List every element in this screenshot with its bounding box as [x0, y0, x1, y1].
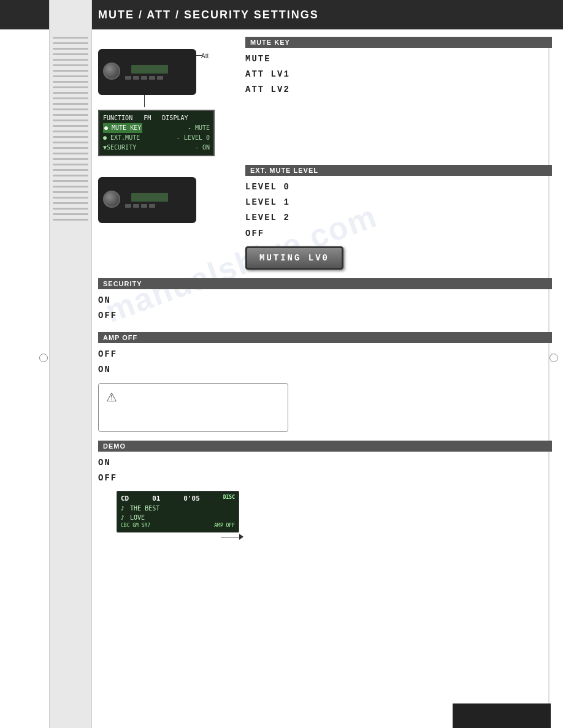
device-btn: [141, 204, 147, 208]
spine-line: [53, 114, 88, 116]
main-content: Att: [98, 37, 552, 548]
warning-box: ⚠: [98, 383, 288, 432]
cd-display-container: CD 01 0'05 DISC ♪ THE BEST ♪ LOVE CBC GM…: [117, 491, 552, 540]
device-btn: [133, 204, 139, 208]
lcd-ext-mute-value: - LEVEL 0: [177, 133, 210, 143]
cd-row2: ♪ THE BEST: [121, 504, 235, 513]
spine-line: [53, 59, 88, 61]
ext-mute-left: [98, 165, 233, 270]
spine-line: [53, 37, 88, 39]
cd-label: CD: [121, 494, 129, 504]
amp-off-section: AMP OFF OFF ON ⚠: [98, 332, 552, 431]
mute-key-header: MUTE KEY: [245, 37, 552, 48]
lcd-title: FUNCTION FM DISPLAY: [103, 113, 188, 123]
ext-mute-options: LEVEL 0 LEVEL 1 LEVEL 2 OFF: [245, 180, 552, 241]
mute-key-options: MUTE ATT LV1 ATT LV2: [245, 51, 552, 98]
lcd-ext-mute-label: ● EXT.MUTE: [103, 133, 140, 143]
spine-line: [53, 186, 88, 188]
device-btn: [125, 76, 131, 80]
device-buttons-1: [125, 76, 191, 80]
spine-line: [53, 136, 88, 138]
spine-line: [53, 81, 88, 83]
amp-off-header: AMP OFF: [98, 332, 552, 343]
spine-line: [53, 125, 88, 127]
lcd-security-label: ▼SECURITY: [103, 143, 136, 153]
lcd-row-2: ● EXT.MUTE - LEVEL 0: [103, 133, 210, 143]
volume-knob-1: [103, 63, 120, 80]
device-screen-1: [131, 65, 168, 74]
option-level1: LEVEL 1: [245, 195, 552, 210]
spine-line: [53, 175, 88, 176]
page-marker-left: [39, 354, 48, 362]
pointer-label-att: Att: [201, 53, 209, 59]
spine-line: [53, 202, 88, 204]
demo-off: OFF: [98, 471, 552, 486]
demo-section: DEMO ON OFF CD 01 0'05 DISC ♪ THE BEST ♪: [98, 441, 552, 540]
demo-options: ON OFF: [98, 455, 552, 486]
ext-mute-section: EXT. MUTE LEVEL LEVEL 0 LEVEL 1 LEVEL 2 …: [98, 165, 552, 270]
lcd-security-value: - ON: [195, 143, 210, 153]
option-off: OFF: [245, 226, 552, 241]
pointer-down-1: [144, 95, 145, 107]
mute-key-left: Att: [98, 37, 233, 107]
spine-line: [53, 53, 88, 55]
amp-off-off: OFF: [98, 347, 552, 362]
device-image-2-container: [98, 177, 233, 223]
spine-line: [53, 219, 88, 221]
spine-line: [53, 191, 88, 193]
cd-pointer-line: [221, 537, 239, 537]
device-inner-2: [98, 188, 196, 213]
security-header: SECURITY: [98, 278, 552, 289]
warning-text: [130, 391, 278, 398]
spine-line: [53, 153, 88, 154]
spine-line: [53, 42, 88, 44]
cd-time: 0'05: [183, 494, 200, 504]
cd-track: 01: [152, 494, 160, 504]
spine-line: [53, 70, 88, 72]
demo-header: DEMO: [98, 441, 552, 452]
device-btn: [149, 76, 155, 80]
option-att-lv2: ATT LV2: [245, 82, 552, 97]
cd-display: CD 01 0'05 DISC ♪ THE BEST ♪ LOVE CBC GM…: [117, 491, 239, 533]
spine-line: [53, 103, 88, 105]
lcd-menu-block: FUNCTION FM DISPLAY ● MUTE KEY - MUTE ● …: [98, 110, 552, 156]
cd-amp-status: AMP OFF: [214, 522, 235, 529]
security-on: ON: [98, 293, 552, 308]
security-section: SECURITY ON OFF: [98, 278, 552, 324]
lcd-row-3: ▼SECURITY - ON: [103, 143, 210, 153]
security-off: OFF: [98, 308, 552, 324]
spine-line: [53, 92, 88, 94]
left-spine: [49, 0, 92, 728]
spine-line: [53, 147, 88, 149]
spine-line: [53, 208, 88, 210]
muting-button-container: MUTING LV0: [245, 246, 552, 270]
amp-off-on: ON: [98, 362, 552, 377]
device-controls-1: [125, 65, 191, 80]
option-level2: LEVEL 2: [245, 210, 552, 226]
device-screen-2: [131, 193, 168, 202]
device-unit-2: [98, 177, 196, 223]
spine-line: [53, 158, 88, 160]
option-level0: LEVEL 0: [245, 180, 552, 195]
spine-line: [53, 213, 88, 215]
lcd-title-row: FUNCTION FM DISPLAY: [103, 113, 210, 123]
cd-note-1: ♪: [121, 505, 124, 512]
device-btn: [141, 76, 147, 80]
security-options: ON OFF: [98, 293, 552, 324]
mute-key-right: MUTE KEY MUTE ATT LV1 ATT LV2: [245, 37, 552, 107]
spine-line: [53, 64, 88, 66]
lcd-mute-key-label: ● MUTE KEY: [103, 123, 142, 133]
ext-mute-header: EXT. MUTE LEVEL: [245, 165, 552, 176]
lcd-mute-key-value: - MUTE: [188, 123, 210, 133]
spine-line: [53, 119, 88, 121]
mute-key-section: Att: [98, 37, 552, 107]
muting-lv0-button[interactable]: MUTING LV0: [245, 246, 343, 270]
cd-pointer-container: [221, 534, 552, 540]
mute-key-layout: Att: [98, 37, 552, 107]
header-title: MUTE / ATT / SECURITY SETTINGS: [98, 9, 319, 21]
lcd-row-1: ● MUTE KEY - MUTE: [103, 123, 210, 133]
demo-on: ON: [98, 455, 552, 471]
option-mute: MUTE: [245, 51, 552, 67]
bottom-bar: [453, 703, 551, 728]
device-btn: [157, 76, 163, 80]
